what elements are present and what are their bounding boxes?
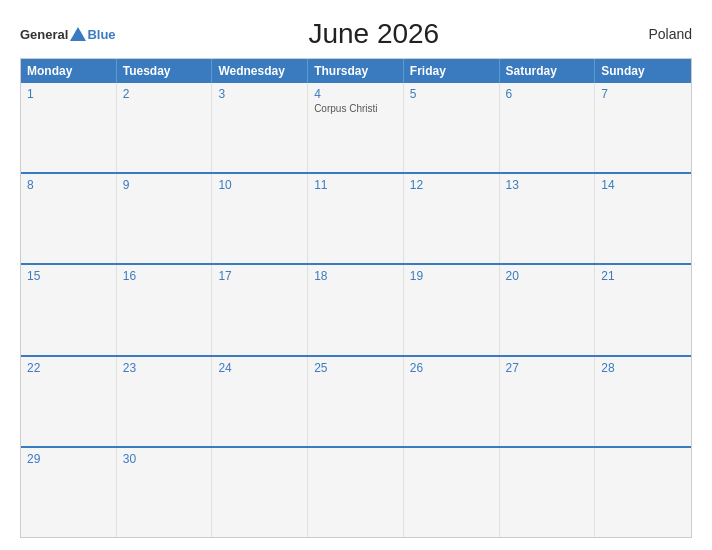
cell-13: 13 bbox=[500, 174, 596, 263]
week-3: 15 16 17 18 19 20 21 bbox=[21, 263, 691, 354]
col-sunday: Sunday bbox=[595, 59, 691, 83]
cell-17: 17 bbox=[212, 265, 308, 354]
cell-empty-5 bbox=[595, 448, 691, 537]
cell-20: 20 bbox=[500, 265, 596, 354]
cell-29: 29 bbox=[21, 448, 117, 537]
logo-general-text: General bbox=[20, 28, 68, 41]
cell-12: 12 bbox=[404, 174, 500, 263]
cell-27: 27 bbox=[500, 357, 596, 446]
cell-2: 2 bbox=[117, 83, 213, 172]
cell-empty-3 bbox=[404, 448, 500, 537]
cell-23: 23 bbox=[117, 357, 213, 446]
cell-24: 24 bbox=[212, 357, 308, 446]
page: General Blue June 2026 Poland Monday Tue… bbox=[0, 0, 712, 550]
logo-blue-text: Blue bbox=[87, 28, 115, 41]
cell-26: 26 bbox=[404, 357, 500, 446]
week-1: 1 2 3 4 Corpus Christi 5 6 7 bbox=[21, 83, 691, 172]
country-label: Poland bbox=[632, 26, 692, 42]
cell-10: 10 bbox=[212, 174, 308, 263]
cell-empty-2 bbox=[308, 448, 404, 537]
cell-22: 22 bbox=[21, 357, 117, 446]
col-thursday: Thursday bbox=[308, 59, 404, 83]
week-2: 8 9 10 11 12 13 14 bbox=[21, 172, 691, 263]
corpus-christi-event: Corpus Christi bbox=[314, 103, 397, 114]
logo-triangle-icon bbox=[70, 27, 86, 41]
cell-7: 7 bbox=[595, 83, 691, 172]
calendar-title: June 2026 bbox=[116, 18, 632, 50]
calendar-body: 1 2 3 4 Corpus Christi 5 6 7 8 9 10 11 1… bbox=[21, 83, 691, 537]
col-wednesday: Wednesday bbox=[212, 59, 308, 83]
cell-1: 1 bbox=[21, 83, 117, 172]
cell-6: 6 bbox=[500, 83, 596, 172]
calendar: Monday Tuesday Wednesday Thursday Friday… bbox=[20, 58, 692, 538]
cell-30: 30 bbox=[117, 448, 213, 537]
col-monday: Monday bbox=[21, 59, 117, 83]
week-4: 22 23 24 25 26 27 28 bbox=[21, 355, 691, 446]
cell-4: 4 Corpus Christi bbox=[308, 83, 404, 172]
col-friday: Friday bbox=[404, 59, 500, 83]
calendar-header: Monday Tuesday Wednesday Thursday Friday… bbox=[21, 59, 691, 83]
cell-5: 5 bbox=[404, 83, 500, 172]
cell-empty-4 bbox=[500, 448, 596, 537]
cell-empty-1 bbox=[212, 448, 308, 537]
cell-18: 18 bbox=[308, 265, 404, 354]
cell-19: 19 bbox=[404, 265, 500, 354]
cell-9: 9 bbox=[117, 174, 213, 263]
cell-8: 8 bbox=[21, 174, 117, 263]
logo: General Blue bbox=[20, 27, 116, 41]
cell-11: 11 bbox=[308, 174, 404, 263]
cell-15: 15 bbox=[21, 265, 117, 354]
cell-3: 3 bbox=[212, 83, 308, 172]
col-saturday: Saturday bbox=[500, 59, 596, 83]
cell-21: 21 bbox=[595, 265, 691, 354]
cell-28: 28 bbox=[595, 357, 691, 446]
cell-14: 14 bbox=[595, 174, 691, 263]
cell-25: 25 bbox=[308, 357, 404, 446]
col-tuesday: Tuesday bbox=[117, 59, 213, 83]
cell-16: 16 bbox=[117, 265, 213, 354]
header: General Blue June 2026 Poland bbox=[20, 18, 692, 50]
week-5: 29 30 bbox=[21, 446, 691, 537]
